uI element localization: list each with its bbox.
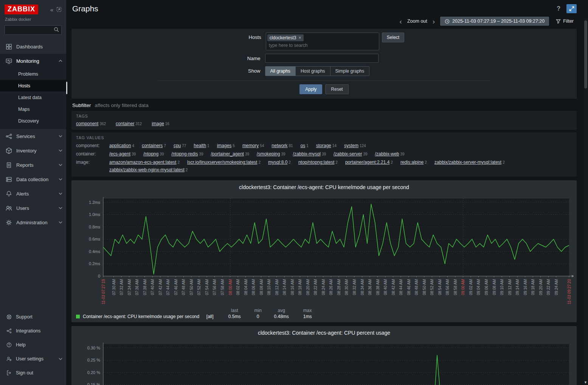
subfilter-tag-value-link[interactable]: redis:alpine — [400, 160, 424, 165]
subfilter-tag-value-link[interactable]: lscr.io/linuxserver/smokeping:latest — [187, 160, 257, 165]
time-forward-button[interactable]: › — [431, 18, 436, 25]
svg-text:07:44 AM: 07:44 AM — [166, 279, 170, 295]
subfilter-tag-value-link[interactable]: zabbix/zabbix-web-nginx-mysql:latest — [109, 167, 185, 172]
svg-text:08:16 AM: 08:16 AM — [290, 279, 295, 295]
sidebar-item-sign-out[interactable]: Sign out — [0, 366, 66, 380]
svg-text:08:10 AM: 08:10 AM — [267, 279, 271, 295]
sidebar-item-monitoring[interactable]: Monitoring — [0, 54, 66, 68]
scroll-down-arrow-icon[interactable]: ▼ — [584, 380, 587, 384]
subfilter-tag-value-link[interactable]: application — [109, 143, 131, 148]
sidebar-item-reports[interactable]: Reports — [0, 158, 66, 172]
subfilter-tag-value-link[interactable]: mysql:8.0 — [268, 160, 287, 165]
subfilter-tag-value-link[interactable]: portainer/agent:2.21.4 — [345, 160, 389, 165]
graph-legend: last min avg max Container /ecs-agent: C… — [76, 308, 320, 319]
sidebar-item-integrations[interactable]: Integrations — [0, 324, 66, 338]
show-host-graphs-option[interactable]: Host graphs — [295, 67, 330, 76]
sidebar-item-support[interactable]: Support — [0, 310, 66, 324]
sidebar-group-monitoring: Monitoring Problems Hosts Latest data Ma… — [0, 54, 66, 129]
subfilter-tag-link[interactable]: container — [116, 121, 134, 126]
sidebar-item-help[interactable]: Help — [0, 338, 66, 352]
select-host-button[interactable]: Select — [382, 33, 404, 42]
sidebar-item-hosts[interactable]: Hosts — [0, 80, 66, 92]
show-simple-graphs-option[interactable]: Simple graphs — [330, 67, 369, 76]
subfilter-tag-value-link[interactable]: network — [272, 143, 287, 148]
subfilter-tag-value-link[interactable]: memory — [242, 143, 259, 148]
sidebar-item-data-collection[interactable]: Data collection — [0, 172, 66, 186]
subfilter-tag-value-link[interactable]: /ntopng — [143, 151, 158, 157]
hide-sidebar-icon[interactable] — [56, 7, 62, 12]
host-chip: cldockertest3 × — [267, 34, 304, 41]
reset-button[interactable]: Reset — [325, 84, 348, 94]
tag-count: 39 — [363, 152, 367, 156]
fullscreen-icon — [569, 6, 575, 12]
subfilter-tag-value-link[interactable]: health — [194, 143, 206, 148]
subfilter-tag-value-link[interactable]: storage — [316, 143, 331, 148]
svg-text:07:46 AM: 07:46 AM — [174, 279, 178, 295]
svg-text:08:42 AM: 08:42 AM — [391, 279, 396, 295]
hosts-search-input[interactable] — [267, 41, 378, 49]
svg-text:07:48 AM: 07:48 AM — [182, 279, 186, 295]
show-all-graphs-option[interactable]: All graphs — [265, 67, 295, 76]
subfilter-tag-value-link[interactable]: amazon/amazon-ecs-agent:latest — [109, 160, 176, 165]
subfilter-tag-values-panel: TAG VALUES component:application4contain… — [71, 132, 577, 177]
subfilter-tag-value-link[interactable]: /zabbix-server — [334, 151, 362, 157]
subfilter-tag-value-link[interactable]: images — [217, 143, 232, 148]
subfilter-tag-value-link[interactable]: /ecs-agent — [109, 151, 130, 157]
svg-text:08:22 AM: 08:22 AM — [313, 279, 318, 295]
subfilter-tag-value-link[interactable]: /zabbix-web — [375, 151, 399, 157]
time-back-button[interactable]: ‹ — [398, 18, 403, 25]
time-range-tab[interactable]: 2025-11-03 07:27:19 – 2025-11-03 09:27:2… — [440, 17, 549, 26]
tag-count: 124 — [360, 144, 366, 148]
sidebar-item-dashboards[interactable]: Dashboards — [0, 39, 66, 54]
subfilter-tag-value-link[interactable]: system — [344, 143, 358, 148]
subfilter-tag-link[interactable]: component — [76, 121, 98, 126]
tag-count: 4 — [132, 144, 134, 148]
kiosk-mode-button[interactable] — [566, 4, 577, 13]
svg-text:08:02 AM: 08:02 AM — [236, 279, 240, 295]
remove-host-icon[interactable]: × — [299, 35, 301, 40]
sidebar-item-maps[interactable]: Maps — [0, 103, 66, 115]
sidebar-item-latest-data[interactable]: Latest data — [0, 92, 66, 103]
hosts-label: Hosts — [220, 33, 261, 40]
subfilter-tag-value-link[interactable]: cpu — [174, 143, 181, 148]
sidebar-menu: Dashboards Monitoring Problems Hosts Lat… — [0, 39, 66, 307]
svg-text:08:52 AM: 08:52 AM — [430, 279, 434, 295]
sidebar-item-administration[interactable]: Administration — [0, 215, 66, 230]
show-label: Show — [219, 66, 261, 74]
sidebar-item-discovery[interactable]: Discovery — [0, 115, 66, 127]
sidebar-search-input[interactable] — [5, 25, 62, 35]
subfilter-tag-link[interactable]: image — [152, 121, 164, 126]
sidebar-scrollbar-thumb[interactable] — [66, 82, 67, 94]
filter-tab[interactable]: Filter — [553, 17, 577, 26]
subfilter-tag-value-link[interactable]: os — [301, 143, 306, 148]
apply-button[interactable]: Apply — [299, 84, 322, 94]
sidebar-item-services[interactable]: Services — [0, 129, 66, 143]
subfilter-tag-value-link[interactable]: zabbix/zabbix-server-mysql:latest — [434, 160, 501, 165]
sidebar-item-alerts[interactable]: Alerts — [0, 186, 66, 201]
hosts-multiselect[interactable]: cldockertest3 × — [266, 33, 379, 50]
subfilter-tag-value-link[interactable]: /zabbix-mysql — [293, 151, 321, 157]
sidebar-item-problems[interactable]: Problems — [0, 68, 66, 80]
tag-count: 362 — [99, 122, 106, 126]
sidebar-item-users[interactable]: Users — [0, 201, 66, 215]
help-icon[interactable]: ? — [557, 5, 560, 12]
subfilter-tag-value-link[interactable]: /smokeping — [257, 151, 280, 157]
graph-title: cldockertest3: Container /ecs-agent: CPU… — [74, 330, 574, 336]
scrollbar-thumb[interactable] — [584, 20, 587, 88]
sidebar-item-user-settings[interactable]: User settings — [0, 352, 66, 366]
collapse-sidebar-icon[interactable]: « — [50, 7, 53, 12]
subfilter-tag-value-link[interactable]: /portainer_agent — [211, 151, 244, 157]
tag-count: 39 — [199, 152, 203, 156]
zoom-out-button[interactable]: Zoom out — [407, 19, 427, 24]
legend-value-avg: 0.48ms — [267, 314, 295, 319]
graph-panel-cpu-percent: cldockertest3: Container /ecs-agent: CPU… — [71, 326, 577, 385]
subfilter-tag-value-link[interactable]: /ntopng-redis — [171, 151, 198, 157]
subfilter-hint: affects only filtered data — [95, 102, 148, 108]
page-scrollbar[interactable]: ▼ — [583, 18, 588, 385]
subfilter-tag-value-link[interactable]: ntop/ntopng:latest — [298, 160, 334, 165]
name-input[interactable] — [265, 54, 379, 63]
svg-text:08:34 AM: 08:34 AM — [360, 279, 365, 295]
sidebar-item-inventory[interactable]: Inventory — [0, 143, 66, 158]
zabbix-logo[interactable]: ZABBIX — [5, 5, 38, 14]
subfilter-tag-value-link[interactable]: containers — [142, 143, 163, 148]
